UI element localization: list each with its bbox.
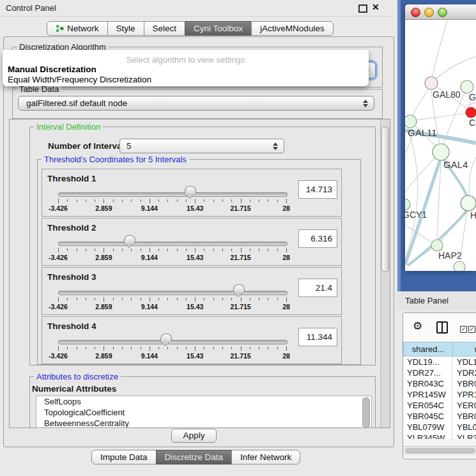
close-traffic-light-icon[interactable] (411, 8, 420, 17)
thresholds-group: Threshold's Coordinates for 5 Intervals … (37, 159, 361, 365)
tab-cyni-toolbox[interactable]: Cyni Toolbox (185, 21, 252, 36)
slider-tick (259, 347, 259, 349)
settings-scrollpane: Interval Definition Number of Intervals … (9, 119, 390, 428)
cell-shared-name: YPR145W (403, 389, 452, 400)
attribute-list-item[interactable]: BetweennessCentrality (36, 418, 371, 428)
attribute-list-item[interactable]: SelfLoops (36, 396, 371, 407)
slider-tick (195, 346, 196, 351)
table-row[interactable]: YPR145WYPR1 (403, 389, 476, 400)
split-panel-icon[interactable] (436, 321, 448, 334)
slider-tick (177, 249, 178, 251)
slider-tick (250, 249, 250, 251)
tab-network[interactable]: Network (47, 21, 108, 36)
network-node-label: GAL4 (443, 159, 468, 170)
slider-tick (167, 347, 168, 349)
slider-tick-label: 28 (282, 254, 290, 261)
table-data-combo[interactable]: galFiltered.sif default node (18, 96, 374, 111)
table-row[interactable]: YBL079WYBL0 (403, 422, 476, 433)
table-row[interactable]: YLR345WYLR3 (403, 433, 476, 439)
slider-tick (195, 297, 196, 302)
threshold-value-field[interactable]: 21.4 (298, 279, 337, 297)
slider-tick-label: 2.859 (95, 352, 112, 360)
num-intervals-spinner[interactable]: 5 (119, 139, 284, 153)
slider-tick (213, 249, 214, 251)
network-node-label: GAL80 (433, 89, 461, 100)
tab-jactivemnodules[interactable]: jActiveMNodules (251, 21, 334, 36)
apply-button[interactable]: Apply (171, 429, 217, 443)
tab-select[interactable]: Select (144, 21, 186, 36)
table-hscrollbar[interactable] (403, 446, 476, 456)
table-row[interactable]: YDL19...YDL1 (403, 357, 476, 367)
settings-scrollbar-thumb[interactable] (381, 127, 389, 272)
slider-tick (250, 347, 250, 349)
slider-tick (286, 199, 287, 203)
threshold-panel-1: Threshold 1-3.4262.8599.14415.4321.71528… (42, 169, 342, 217)
attributes-group-title: Attributes to discretize (34, 372, 121, 381)
slider-tick-label: -3.426 (49, 254, 68, 261)
threshold-slider-thumb[interactable] (185, 186, 196, 194)
combo-arrows-icon (363, 100, 368, 107)
num-intervals-value: 5 (127, 141, 132, 151)
threshold-slider-track[interactable] (58, 242, 288, 246)
tab-label: Impute Data (100, 450, 148, 464)
popup-option-equal-width-frequency[interactable]: Equal Width/Frequency Discretization (8, 75, 151, 84)
slider-tick (222, 347, 223, 349)
network-canvas[interactable]: GAL80GACGAL11GAL4GCY1HAHAP2 (405, 20, 476, 271)
threshold-slider-thumb[interactable] (160, 334, 172, 342)
close-panel-icon[interactable]: ✕ (372, 2, 380, 12)
table-panel-titlebar: Table Panel (397, 291, 476, 311)
slider-tick (268, 347, 268, 349)
tab-impute-data[interactable]: Impute Data (91, 450, 157, 464)
network-node-label: GCY1 (405, 210, 427, 220)
slider-tick (259, 249, 259, 251)
slider-tick (241, 199, 242, 203)
tab-discretize-data[interactable]: Discretize Data (156, 450, 233, 464)
numerical-attributes-list[interactable]: SelfLoopsTopologicalCoefficientBetweenne… (36, 395, 372, 428)
slider-tick (131, 249, 132, 251)
interval-definition-group: Interval Definition Number of Intervals … (29, 127, 376, 365)
network-edge (405, 128, 418, 260)
network-node (405, 199, 410, 210)
threshold-slider-thumb[interactable] (124, 235, 135, 243)
attributes-list-scrollbar[interactable] (362, 397, 370, 428)
tab-infer-network[interactable]: Infer Network (231, 450, 300, 464)
table-row[interactable]: YDR27...YDR2 (403, 367, 476, 378)
column-header-name[interactable]: name (453, 342, 476, 357)
network-edge (412, 89, 429, 116)
slider-tick (104, 297, 104, 302)
column-header-shared-name[interactable]: shared... (403, 342, 453, 357)
zoom-traffic-light-icon[interactable] (438, 8, 447, 17)
slider-tick (150, 346, 150, 351)
threshold-label: Threshold 3 (47, 272, 96, 282)
threshold-label: Threshold 1 (47, 174, 96, 183)
top-tabbar: NetworkStyleSelectCyni ToolboxjActiveMNo… (47, 21, 334, 36)
select-columns-checkbox-icon-2[interactable]: ✓ (468, 326, 475, 333)
slider-tick (67, 249, 68, 251)
table-row[interactable]: YER054CYER0 (403, 400, 476, 411)
threshold-slider-track[interactable] (58, 192, 288, 197)
network-node (461, 81, 473, 93)
table-hscrollbar-thumb[interactable] (405, 448, 475, 454)
network-node-label: GA (469, 92, 476, 102)
settings-scrollbar[interactable] (380, 119, 390, 427)
select-columns-checkbox-icon[interactable]: ✓ (460, 326, 467, 333)
threshold-value-field[interactable]: 6.316 (298, 229, 337, 248)
table-settings-gear-icon[interactable]: ⚙ (413, 320, 422, 333)
threshold-slider-track[interactable] (58, 340, 288, 344)
cell-shared-name: YBR043C (403, 378, 452, 389)
slider-tick (186, 298, 187, 300)
table-row[interactable]: YBR043CYBR0 (403, 378, 476, 389)
slider-tick (222, 298, 223, 300)
threshold-value-field[interactable]: 11.344 (298, 328, 337, 346)
tab-style[interactable]: Style (107, 21, 144, 36)
threshold-slider-track[interactable] (58, 291, 288, 295)
attribute-list-item[interactable]: TopologicalCoefficient (36, 407, 371, 418)
threshold-value-field[interactable]: 14.713 (298, 180, 337, 199)
threshold-slider-thumb[interactable] (233, 284, 245, 293)
popup-option-manual-discretization[interactable]: Manual Discretization (8, 65, 96, 74)
slider-tick (268, 298, 268, 300)
table-row[interactable]: YBR045CYBR0 (403, 411, 476, 422)
slider-tick-label: 2.859 (95, 303, 112, 311)
float-panel-icon[interactable] (358, 4, 367, 13)
minimize-traffic-light-icon[interactable] (424, 8, 434, 17)
